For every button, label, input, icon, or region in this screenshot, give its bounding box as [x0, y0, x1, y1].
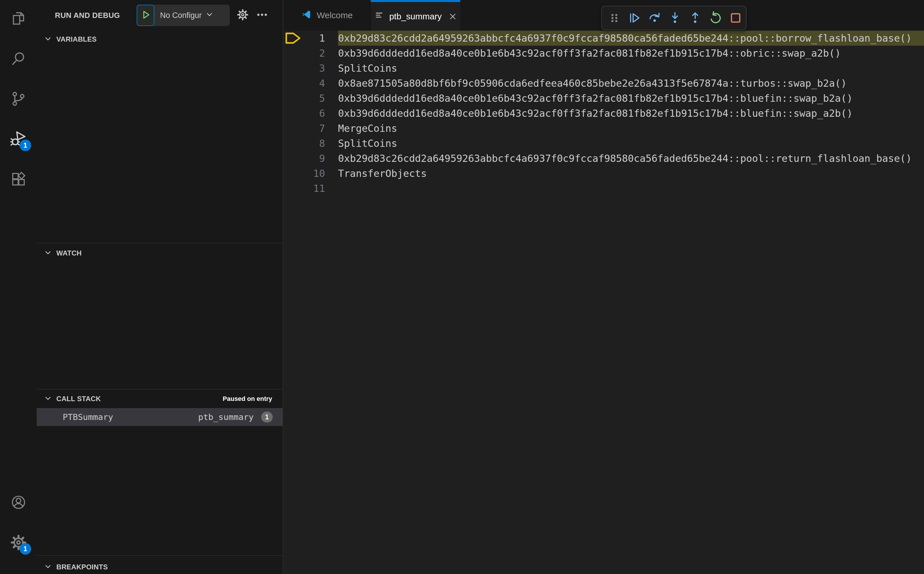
account-icon — [10, 494, 27, 512]
code-text[interactable]: SplitCoins — [338, 61, 924, 76]
code-line[interactable]: 50xb39d6dddedd16ed8a40ce0b1e6b43c92acf0f… — [284, 91, 924, 106]
code-text[interactable]: 0xb29d83c26cdd2a64959263abbcfc4a6937f0c9… — [338, 151, 924, 166]
breakpoint-gutter[interactable]: 8 — [284, 136, 338, 151]
breakpoint-gutter[interactable]: 11 — [284, 181, 338, 196]
sidebar-item-explorer[interactable] — [9, 10, 28, 28]
code-line[interactable]: 40x8ae871505a80d8bf6bf9c05906cda6edfeea4… — [284, 76, 924, 91]
settings-button[interactable]: 1 — [9, 534, 28, 552]
sidebar-item-source-control[interactable] — [9, 90, 28, 109]
code-text[interactable]: 0xb39d6dddedd16ed8a40ce0b1e6b43c92acf0ff… — [338, 91, 924, 106]
gear-icon — [237, 9, 249, 22]
extensions-icon — [10, 171, 27, 188]
chevron-down-icon — [44, 394, 52, 403]
line-number: 8 — [319, 137, 325, 149]
stack-frame-source: ptb_summary — [198, 412, 254, 422]
breakpoint-gutter[interactable]: 3 — [284, 61, 338, 76]
section-label: CALL STACK — [56, 395, 101, 403]
call-stack-frame-row[interactable]: PTBSummary ptb_summary 1 — [37, 408, 283, 426]
breakpoint-gutter[interactable]: 10 — [284, 166, 338, 181]
line-number: 11 — [313, 183, 325, 194]
debug-settings-button[interactable] — [235, 7, 251, 24]
breakpoint-gutter[interactable]: 9 — [284, 151, 338, 166]
line-number: 4 — [319, 77, 325, 89]
editor-area: Welcome ptb_summary — [284, 0, 924, 574]
sidebar-item-extensions[interactable] — [9, 170, 28, 189]
start-debugging-button[interactable] — [137, 5, 154, 26]
line-number: 2 — [319, 47, 325, 59]
code-line[interactable]: 10xb29d83c26cdd2a64959263abbcfc4a6937f0c… — [284, 31, 924, 46]
debug-badge: 1 — [20, 140, 31, 151]
code-line[interactable]: 20xb39d6dddedd16ed8a40ce0b1e6b43c92acf0f… — [284, 46, 924, 61]
search-icon — [10, 50, 27, 68]
debug-status-text: Paused on entry — [223, 395, 272, 403]
account-button[interactable] — [9, 494, 28, 512]
code-text[interactable]: 0xb29d83c26cdd2a64959263abbcfc4a6937f0c9… — [338, 31, 924, 46]
section-call-stack[interactable]: CALL STACK Paused on entry — [37, 392, 283, 406]
code-area: 10xb29d83c26cdd2a64959263abbcfc4a6937f0c… — [284, 31, 924, 574]
breakpoint-gutter[interactable]: 1 — [284, 31, 338, 46]
sidebar-item-run-and-debug[interactable]: 1 — [9, 130, 28, 149]
section-label: BREAKPOINTS — [56, 563, 108, 571]
section-watch[interactable]: WATCH — [37, 246, 283, 260]
breakpoint-gutter[interactable]: 4 — [284, 76, 338, 91]
step-into-button[interactable] — [668, 11, 682, 25]
restart-button[interactable] — [709, 11, 722, 25]
code-line[interactable]: 90xb29d83c26cdd2a64959263abbcfc4a6937f0c… — [284, 151, 924, 166]
chevron-down-icon — [44, 35, 52, 44]
debug-toolbar — [601, 6, 746, 30]
code-text[interactable] — [338, 181, 924, 196]
line-number: 6 — [319, 107, 325, 119]
code-text[interactable]: MergeCoins — [338, 121, 924, 136]
breakpoint-gutter[interactable]: 6 — [284, 106, 338, 121]
settings-badge: 1 — [20, 543, 31, 555]
source-control-icon — [10, 91, 27, 108]
section-divider — [37, 243, 283, 243]
section-label: WATCH — [56, 249, 82, 257]
chevron-down-icon — [44, 563, 52, 571]
code-line[interactable]: 3SplitCoins — [284, 61, 924, 76]
section-breakpoints[interactable]: BREAKPOINTS — [37, 560, 283, 574]
code-text[interactable]: 0xb39d6dddedd16ed8a40ce0b1e6b43c92acf0ff… — [338, 106, 924, 121]
vscode-logo-icon — [301, 9, 312, 22]
code-line[interactable]: 8SplitCoins — [284, 136, 924, 151]
current-line-arrow-icon — [285, 32, 302, 44]
step-over-button[interactable] — [648, 11, 661, 25]
code-text[interactable]: TransferObjects — [338, 166, 924, 181]
code-text[interactable]: 0xb39d6dddedd16ed8a40ce0b1e6b43c92acf0ff… — [338, 46, 924, 61]
line-number: 7 — [319, 123, 325, 134]
stop-button[interactable] — [729, 11, 742, 25]
sidebar-item-search[interactable] — [9, 50, 28, 68]
vscode-window: 1 — [0, 0, 924, 574]
code-text[interactable]: SplitCoins — [338, 136, 924, 151]
line-number: 1 — [319, 32, 325, 44]
activity-bar: 1 — [0, 0, 37, 574]
breakpoint-gutter[interactable]: 2 — [284, 46, 338, 61]
file-list-icon — [374, 10, 384, 22]
stack-frame-name: PTBSummary — [63, 412, 113, 422]
section-variables[interactable]: VARIABLES — [37, 32, 283, 46]
debug-config-picker: No Configur — [137, 5, 230, 26]
code-text[interactable]: 0x8ae871505a80d8bf6bf9c05906cda6edfeea46… — [338, 76, 924, 91]
step-out-button[interactable] — [688, 11, 702, 25]
breakpoint-gutter[interactable]: 7 — [284, 121, 338, 136]
close-icon[interactable] — [449, 11, 457, 22]
files-icon — [10, 10, 27, 28]
drag-handle[interactable] — [608, 11, 621, 25]
section-label: VARIABLES — [56, 35, 97, 43]
code-line[interactable]: 7MergeCoins — [284, 121, 924, 136]
code-line[interactable]: 11 — [284, 181, 924, 196]
tab-label: ptb_summary — [389, 11, 442, 21]
sidebar-title: RUN AND DEBUG — [55, 11, 120, 20]
stack-frame-badge: 1 — [261, 412, 273, 423]
code-line[interactable]: 60xb39d6dddedd16ed8a40ce0b1e6b43c92acf0f… — [284, 106, 924, 121]
tab-welcome[interactable]: Welcome — [284, 0, 371, 31]
line-number: 9 — [319, 153, 325, 164]
continue-button[interactable] — [628, 11, 641, 25]
more-actions-button[interactable] — [254, 7, 270, 24]
chevron-down-icon — [201, 11, 216, 20]
tab-ptb-summary[interactable]: ptb_summary — [371, 0, 460, 31]
tab-label: Welcome — [317, 10, 353, 20]
code-line[interactable]: 10TransferObjects — [284, 166, 924, 181]
breakpoint-gutter[interactable]: 5 — [284, 91, 338, 106]
config-dropdown[interactable]: No Configur — [154, 5, 230, 26]
